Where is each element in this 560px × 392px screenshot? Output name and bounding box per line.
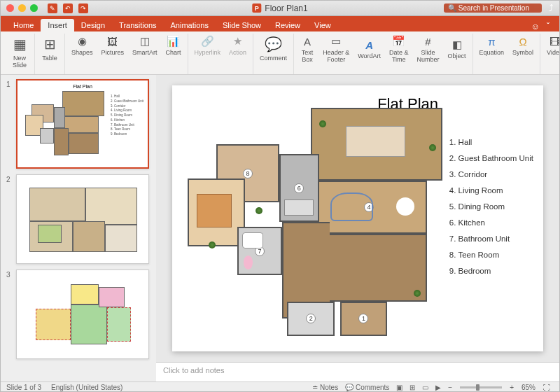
slide-position: Slide 1 of 3 xyxy=(6,384,41,391)
workspace: 1 Flat Plan 1. Hall2. Guest Bathroom Uni… xyxy=(1,75,559,382)
save-icon[interactable]: ✎ xyxy=(48,4,57,13)
mini-legend: 1. Hall2. Guest Bathroom Unit3. Corridor… xyxy=(111,94,144,137)
zoom-in-button[interactable]: + xyxy=(506,384,517,391)
notes-pane[interactable]: Click to add notes xyxy=(156,362,559,382)
share-icon[interactable]: ⤴ xyxy=(549,3,554,13)
view-reading-icon[interactable]: ▭ xyxy=(419,384,432,391)
language-indicator[interactable]: English (United States) xyxy=(51,384,122,391)
comments-toggle[interactable]: 💬 Comments xyxy=(342,384,393,391)
shapes-button[interactable]: ◉Shapes xyxy=(69,34,95,57)
tab-insert[interactable]: Insert xyxy=(41,19,74,31)
thumb-number: 2 xyxy=(6,174,16,264)
action-button[interactable]: ★Action xyxy=(227,34,248,57)
fit-to-window-icon[interactable]: ⛶ xyxy=(540,384,554,391)
notes-toggle[interactable]: ≐ Notes xyxy=(309,384,342,391)
maximize-window-button[interactable] xyxy=(30,4,38,12)
smiley-feedback-icon[interactable]: ☺ xyxy=(531,22,540,31)
slide-stage: Flat Plan 1. Hall 2. Guest Bathroom Unit… xyxy=(156,75,559,382)
slide-thumbnail-2[interactable] xyxy=(16,174,149,264)
tab-design[interactable]: Design xyxy=(74,19,112,31)
object-button[interactable]: ◧Object xyxy=(446,37,468,60)
zoom-level[interactable]: 65% xyxy=(522,384,536,391)
minimize-window-button[interactable] xyxy=(18,4,26,12)
powerpoint-icon: P xyxy=(252,4,261,13)
window-controls xyxy=(6,4,38,12)
tab-home[interactable]: Home xyxy=(6,19,41,31)
chart-button[interactable]: 📊Chart xyxy=(164,34,183,57)
video-button[interactable]: 🎞Video xyxy=(545,34,560,57)
view-sorter-icon[interactable]: ⊞ xyxy=(406,384,419,391)
equation-button[interactable]: πEquation xyxy=(477,34,507,57)
zoom-out-button[interactable]: − xyxy=(444,384,456,391)
quick-access-toolbar: ✎ ↶ ↷ xyxy=(48,4,88,13)
smartart-button[interactable]: ◫SmartArt xyxy=(130,34,160,57)
hyperlink-button[interactable]: 🔗Hyperlink xyxy=(192,34,223,57)
mini-title: Flat Plan xyxy=(73,84,92,89)
textbox-button[interactable]: AText Box xyxy=(298,34,316,64)
status-bar: Slide 1 of 3 English (United States) ≐ N… xyxy=(1,382,559,392)
slide-thumbnails-panel[interactable]: 1 Flat Plan 1. Hall2. Guest Bathroom Uni… xyxy=(1,75,156,382)
tab-review[interactable]: Review xyxy=(268,19,307,31)
tab-view[interactable]: View xyxy=(307,19,338,31)
zoom-slider[interactable] xyxy=(460,386,502,388)
ribbon-insert: ▦New Slide ⊞Table ◉Shapes 🖼Pictures ◫Sma… xyxy=(1,31,559,75)
tab-transitions[interactable]: Transitions xyxy=(112,19,163,31)
document-title: P Floor Plan1 xyxy=(252,4,307,13)
floor-plan-legend: 1. Hall 2. Guest Bathroom Unit 3. Corrid… xyxy=(449,134,533,279)
close-window-button[interactable] xyxy=(6,4,14,12)
comment-button[interactable]: 💬Comment xyxy=(258,34,289,62)
slide-thumbnail-1[interactable]: Flat Plan 1. Hall2. Guest Bathroom Unit3… xyxy=(16,79,149,169)
title-bar: ✎ ↶ ↷ P Floor Plan1 🔍 Search in Presenta… xyxy=(1,1,559,16)
redo-icon[interactable]: ↷ xyxy=(78,4,88,13)
table-button[interactable]: ⊞Table xyxy=(39,34,60,62)
search-input[interactable]: 🔍 Search in Presentation xyxy=(444,4,542,13)
slide-canvas[interactable]: Flat Plan 1. Hall 2. Guest Bathroom Unit… xyxy=(172,85,543,351)
slide-thumbnail-3[interactable] xyxy=(16,270,149,359)
slidenumber-button[interactable]: #Slide Number xyxy=(415,34,442,64)
ribbon-tabs: Home Insert Design Transitions Animation… xyxy=(1,16,559,31)
pictures-button[interactable]: 🖼Pictures xyxy=(99,34,127,57)
symbol-button[interactable]: ΩSymbol xyxy=(510,34,536,57)
document-name: Floor Plan1 xyxy=(265,4,307,13)
wordart-button[interactable]: AWordArt xyxy=(356,37,383,60)
tab-animations[interactable]: Animations xyxy=(164,19,216,31)
header-footer-button[interactable]: ▭Header & Footer xyxy=(321,34,351,64)
collapse-ribbon-icon[interactable]: ˇ xyxy=(547,22,550,31)
view-normal-icon[interactable]: ▣ xyxy=(393,384,406,391)
floor-plan-drawing: 5 4 6 8 9 xyxy=(182,101,445,343)
thumb-number: 3 xyxy=(6,270,16,359)
undo-icon[interactable]: ↶ xyxy=(63,4,73,13)
tab-slideshow[interactable]: Slide Show xyxy=(216,19,268,31)
datetime-button[interactable]: 📅Date & Time xyxy=(387,34,411,64)
thumb-number: 1 xyxy=(6,79,16,169)
view-slideshow-icon[interactable]: ▶ xyxy=(432,384,444,391)
new-slide-button[interactable]: ▦New Slide xyxy=(9,34,30,69)
